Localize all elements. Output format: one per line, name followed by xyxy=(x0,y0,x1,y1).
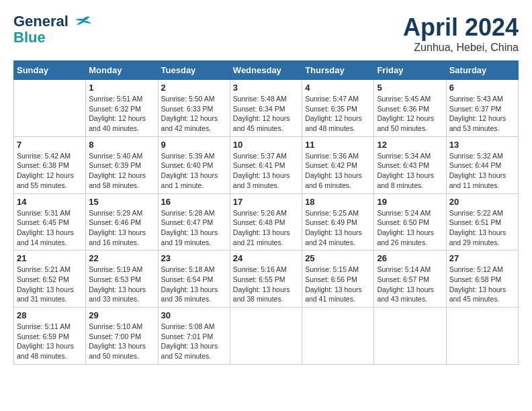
calendar-cell: 24Sunrise: 5:16 AMSunset: 6:55 PMDayligh… xyxy=(230,250,302,308)
month-title: April 2024 xyxy=(403,13,519,42)
calendar-cell: 2Sunrise: 5:50 AMSunset: 6:33 PMDaylight… xyxy=(158,80,230,137)
week-row-5: 28Sunrise: 5:11 AMSunset: 6:59 PMDayligh… xyxy=(14,308,519,365)
calendar-cell: 6Sunrise: 5:43 AMSunset: 6:37 PMDaylight… xyxy=(446,80,518,137)
calendar-cell: 9Sunrise: 5:39 AMSunset: 6:40 PMDaylight… xyxy=(158,136,230,193)
calendar-cell: 23Sunrise: 5:18 AMSunset: 6:54 PMDayligh… xyxy=(158,250,230,308)
day-number: 29 xyxy=(89,310,154,320)
day-number: 9 xyxy=(161,140,227,150)
calendar-cell: 13Sunrise: 5:32 AMSunset: 6:44 PMDayligh… xyxy=(446,136,518,193)
day-number: 10 xyxy=(233,140,299,150)
calendar-cell xyxy=(14,80,86,137)
calendar-cell: 7Sunrise: 5:42 AMSunset: 6:38 PMDaylight… xyxy=(14,136,86,193)
day-info: Sunrise: 5:16 AMSunset: 6:55 PMDaylight:… xyxy=(233,265,299,304)
logo: General Blue xyxy=(13,13,93,46)
week-row-1: 1Sunrise: 5:51 AMSunset: 6:32 PMDaylight… xyxy=(14,80,519,137)
day-number: 30 xyxy=(161,310,227,320)
calendar-cell: 4Sunrise: 5:47 AMSunset: 6:35 PMDaylight… xyxy=(302,80,374,137)
calendar-cell xyxy=(374,308,446,365)
day-number: 21 xyxy=(17,253,83,263)
day-number: 12 xyxy=(377,140,443,150)
day-info: Sunrise: 5:39 AMSunset: 6:40 PMDaylight:… xyxy=(161,151,227,191)
day-number: 15 xyxy=(89,197,154,207)
logo-blue: Blue xyxy=(13,30,46,46)
day-number: 7 xyxy=(17,140,83,150)
week-row-2: 7Sunrise: 5:42 AMSunset: 6:38 PMDaylight… xyxy=(14,136,519,193)
calendar-cell xyxy=(446,308,518,365)
calendar-cell: 22Sunrise: 5:19 AMSunset: 6:53 PMDayligh… xyxy=(86,250,158,308)
day-number: 14 xyxy=(17,197,83,207)
day-info: Sunrise: 5:51 AMSunset: 6:32 PMDaylight:… xyxy=(89,94,154,134)
day-info: Sunrise: 5:29 AMSunset: 6:46 PMDaylight:… xyxy=(89,208,154,248)
day-info: Sunrise: 5:47 AMSunset: 6:35 PMDaylight:… xyxy=(305,94,371,134)
calendar-cell: 14Sunrise: 5:31 AMSunset: 6:45 PMDayligh… xyxy=(14,193,86,250)
day-number: 5 xyxy=(377,83,443,93)
calendar-cell: 15Sunrise: 5:29 AMSunset: 6:46 PMDayligh… xyxy=(86,193,158,250)
day-info: Sunrise: 5:28 AMSunset: 6:47 PMDaylight:… xyxy=(161,208,227,248)
day-number: 19 xyxy=(377,197,443,207)
day-info: Sunrise: 5:10 AMSunset: 7:00 PMDaylight:… xyxy=(89,322,154,361)
calendar-cell: 16Sunrise: 5:28 AMSunset: 6:47 PMDayligh… xyxy=(158,193,230,250)
day-number: 11 xyxy=(305,140,371,150)
calendar-cell: 17Sunrise: 5:26 AMSunset: 6:48 PMDayligh… xyxy=(230,193,302,250)
day-number: 6 xyxy=(449,83,515,93)
calendar-cell: 30Sunrise: 5:08 AMSunset: 7:01 PMDayligh… xyxy=(158,308,230,365)
day-info: Sunrise: 5:25 AMSunset: 6:49 PMDaylight:… xyxy=(305,208,371,248)
calendar-cell: 28Sunrise: 5:11 AMSunset: 6:59 PMDayligh… xyxy=(14,308,86,365)
day-info: Sunrise: 5:50 AMSunset: 6:33 PMDaylight:… xyxy=(161,94,227,134)
day-info: Sunrise: 5:11 AMSunset: 6:59 PMDaylight:… xyxy=(17,322,83,361)
day-info: Sunrise: 5:43 AMSunset: 6:37 PMDaylight:… xyxy=(449,94,515,134)
day-info: Sunrise: 5:32 AMSunset: 6:44 PMDaylight:… xyxy=(449,151,515,191)
day-info: Sunrise: 5:31 AMSunset: 6:45 PMDaylight:… xyxy=(17,208,83,248)
calendar-cell: 3Sunrise: 5:48 AMSunset: 6:34 PMDaylight… xyxy=(230,80,302,137)
day-number: 26 xyxy=(377,253,443,263)
day-number: 2 xyxy=(161,83,227,93)
calendar-cell: 5Sunrise: 5:45 AMSunset: 6:36 PMDaylight… xyxy=(374,80,446,137)
day-number: 18 xyxy=(305,197,371,207)
day-info: Sunrise: 5:14 AMSunset: 6:57 PMDaylight:… xyxy=(377,265,443,304)
day-number: 16 xyxy=(161,197,227,207)
calendar-cell: 26Sunrise: 5:14 AMSunset: 6:57 PMDayligh… xyxy=(374,250,446,308)
day-info: Sunrise: 5:18 AMSunset: 6:54 PMDaylight:… xyxy=(161,265,227,304)
calendar-cell xyxy=(302,308,374,365)
weekday-header-tuesday: Tuesday xyxy=(158,61,230,80)
calendar-cell: 29Sunrise: 5:10 AMSunset: 7:00 PMDayligh… xyxy=(86,308,158,365)
calendar-cell: 18Sunrise: 5:25 AMSunset: 6:49 PMDayligh… xyxy=(302,193,374,250)
day-info: Sunrise: 5:12 AMSunset: 6:58 PMDaylight:… xyxy=(449,265,515,304)
day-info: Sunrise: 5:15 AMSunset: 6:56 PMDaylight:… xyxy=(305,265,371,304)
day-number: 13 xyxy=(449,140,515,150)
day-info: Sunrise: 5:36 AMSunset: 6:42 PMDaylight:… xyxy=(305,151,371,191)
day-info: Sunrise: 5:19 AMSunset: 6:53 PMDaylight:… xyxy=(89,265,154,304)
location-title: Zunhua, Hebei, China xyxy=(403,42,519,54)
day-info: Sunrise: 5:21 AMSunset: 6:52 PMDaylight:… xyxy=(17,265,83,304)
day-info: Sunrise: 5:26 AMSunset: 6:48 PMDaylight:… xyxy=(233,208,299,248)
day-info: Sunrise: 5:22 AMSunset: 6:51 PMDaylight:… xyxy=(449,208,515,248)
day-number: 25 xyxy=(305,253,371,263)
day-info: Sunrise: 5:37 AMSunset: 6:41 PMDaylight:… xyxy=(233,151,299,191)
calendar-cell: 20Sunrise: 5:22 AMSunset: 6:51 PMDayligh… xyxy=(446,193,518,250)
day-number: 8 xyxy=(89,140,154,150)
calendar-cell: 21Sunrise: 5:21 AMSunset: 6:52 PMDayligh… xyxy=(14,250,86,308)
weekday-header-thursday: Thursday xyxy=(302,61,374,80)
day-info: Sunrise: 5:48 AMSunset: 6:34 PMDaylight:… xyxy=(233,94,299,134)
day-number: 17 xyxy=(233,197,299,207)
day-number: 1 xyxy=(89,83,154,93)
calendar-cell: 1Sunrise: 5:51 AMSunset: 6:32 PMDaylight… xyxy=(86,80,158,137)
day-info: Sunrise: 5:08 AMSunset: 7:01 PMDaylight:… xyxy=(161,322,227,361)
day-info: Sunrise: 5:42 AMSunset: 6:38 PMDaylight:… xyxy=(17,151,83,191)
weekday-header-saturday: Saturday xyxy=(446,61,518,80)
weekday-header-friday: Friday xyxy=(374,61,446,80)
day-info: Sunrise: 5:40 AMSunset: 6:39 PMDaylight:… xyxy=(89,151,154,191)
calendar-cell: 8Sunrise: 5:40 AMSunset: 6:39 PMDaylight… xyxy=(86,136,158,193)
week-row-4: 21Sunrise: 5:21 AMSunset: 6:52 PMDayligh… xyxy=(14,250,519,308)
day-number: 3 xyxy=(233,83,299,93)
weekday-header: SundayMondayTuesdayWednesdayThursdayFrid… xyxy=(14,61,519,80)
day-number: 24 xyxy=(233,253,299,263)
weekday-header-monday: Monday xyxy=(86,61,158,80)
weekday-header-wednesday: Wednesday xyxy=(230,61,302,80)
calendar-cell: 11Sunrise: 5:36 AMSunset: 6:42 PMDayligh… xyxy=(302,136,374,193)
day-number: 20 xyxy=(449,197,515,207)
day-number: 22 xyxy=(89,253,154,263)
week-row-3: 14Sunrise: 5:31 AMSunset: 6:45 PMDayligh… xyxy=(14,193,519,250)
title-area: April 2024 Zunhua, Hebei, China xyxy=(403,13,519,54)
day-info: Sunrise: 5:34 AMSunset: 6:43 PMDaylight:… xyxy=(377,151,443,191)
